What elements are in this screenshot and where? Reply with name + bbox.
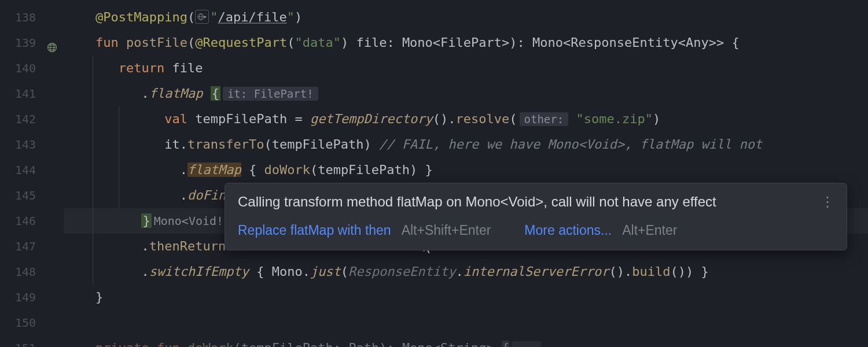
line-number: 141 <box>0 81 64 106</box>
line-number: 139 <box>0 30 64 56</box>
code-line[interactable]: fun postFile(@RequestPart("data") file: … <box>64 30 868 56</box>
more-actions-link[interactable]: More actions... <box>524 223 612 238</box>
line-number: 147 <box>0 234 64 259</box>
line-number: 140 <box>0 56 64 81</box>
inspection-tooltip: Calling transform method flatMap on Mono… <box>225 183 847 250</box>
line-number: 145 <box>0 183 64 208</box>
code-line[interactable]: return file <box>64 56 868 81</box>
shortcut-label: Alt+Shift+Enter <box>402 223 491 238</box>
code-line[interactable]: it.transferTo(tempFilePath) // FAIL, her… <box>64 132 868 157</box>
code-line[interactable]: .switchIfEmpty { Mono.just(ResponseEntit… <box>64 259 868 285</box>
gutter: 138 139 140 141 142 143 144 145 146 147 … <box>0 0 64 347</box>
line-number: 144 <box>0 157 64 183</box>
code-line[interactable]: .flatMap {it: FilePart! <box>64 81 868 106</box>
shortcut-label: Alt+Enter <box>622 223 677 238</box>
expand-fold-icon[interactable] <box>50 345 58 347</box>
line-number: 143 <box>0 132 64 157</box>
line-number: 148 <box>0 259 64 285</box>
line-number: 142 <box>0 106 64 132</box>
line-number: 138 <box>0 5 64 30</box>
tooltip-message: Calling transform method flatMap on Mono… <box>238 194 716 210</box>
line-number: 150 <box>0 310 64 335</box>
code-line[interactable]: val tempFilePath = getTempDirectory().re… <box>64 106 868 132</box>
line-number: 146 <box>0 208 64 234</box>
quick-fix-link[interactable]: Replace flatMap with then <box>238 223 391 238</box>
line-number: 151 <box>0 335 64 347</box>
code-editor[interactable]: 138 139 140 141 142 143 144 145 146 147 … <box>0 0 868 347</box>
fold-hint[interactable]: ... <box>512 341 540 347</box>
code-area[interactable]: @PostMapping("/api/file") fun postFile(@… <box>64 0 868 347</box>
type-hint: it: FilePart! <box>223 87 318 101</box>
code-line[interactable]: private fun doWork(tempFilePath: Path): … <box>64 335 868 347</box>
endpoint-globe-icon[interactable] <box>45 36 58 49</box>
line-number: 149 <box>0 285 64 310</box>
url-globe-icon[interactable] <box>195 10 209 24</box>
tooltip-actions: Replace flatMap with then Alt+Shift+Ente… <box>238 223 834 238</box>
code-line[interactable]: @PostMapping("/api/file") <box>64 5 868 30</box>
code-line[interactable]: } <box>64 285 868 310</box>
more-menu-icon[interactable]: ⋮ <box>821 194 834 210</box>
code-line[interactable] <box>64 310 868 335</box>
param-hint: other: <box>520 112 569 126</box>
code-line[interactable]: .flatMap { doWork(tempFilePath) } <box>64 157 868 183</box>
type-hint: Mono<Void! <box>154 214 223 228</box>
